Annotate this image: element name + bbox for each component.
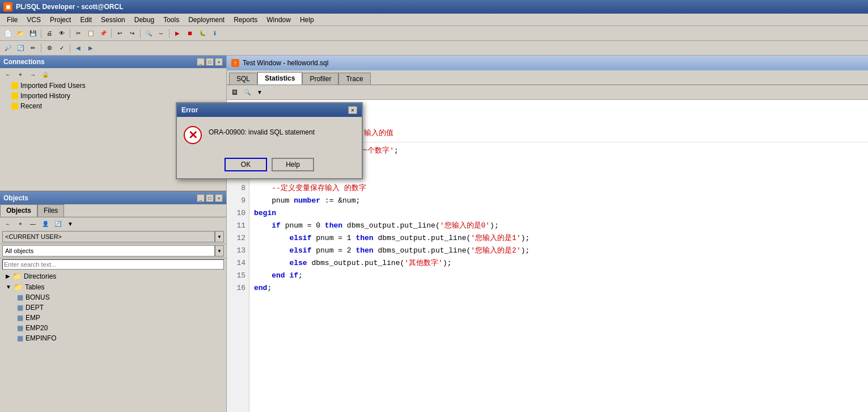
help-button[interactable]: Help (272, 158, 314, 171)
dialog-buttons: OK Help (177, 153, 362, 178)
dialog-title-text: Error (181, 106, 198, 114)
dialog-overlay (0, 0, 868, 412)
error-dialog: Error × ✕ ORA-00900: invalid SQL stateme… (176, 102, 363, 179)
dialog-close-btn[interactable]: × (348, 106, 357, 114)
error-icon: ✕ (184, 126, 202, 144)
dialog-message: ORA-00900: invalid SQL statement (209, 126, 315, 136)
dialog-title-bar: Error × (177, 103, 362, 117)
ok-button[interactable]: OK (225, 158, 267, 171)
dialog-body: ✕ ORA-00900: invalid SQL statement (177, 117, 362, 153)
